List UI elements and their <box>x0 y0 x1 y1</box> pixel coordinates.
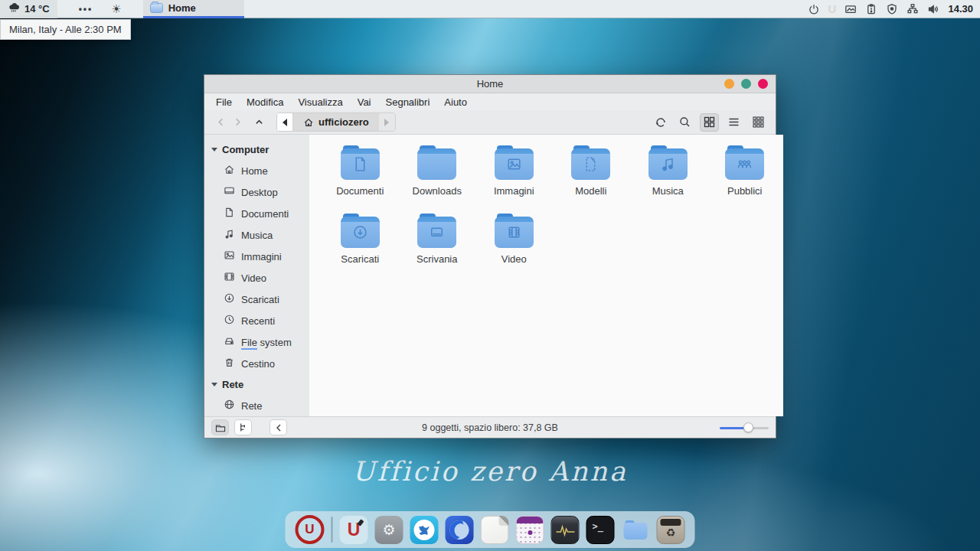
compact-view-icon[interactable] <box>749 113 768 132</box>
librewolf-browser-icon[interactable] <box>410 516 439 544</box>
trash-icon <box>224 357 235 370</box>
folder-modelli[interactable]: Modelli <box>553 145 630 197</box>
sidebar-item-recenti[interactable]: Recenti <box>204 310 309 331</box>
clock[interactable]: 14.30 <box>948 3 973 15</box>
path-location-label: ufficiozero <box>318 116 369 128</box>
document-glyph-icon <box>341 155 380 173</box>
zoom-slider[interactable] <box>720 423 769 432</box>
terminal-icon[interactable]: >_ <box>586 516 615 544</box>
file-manager-icon[interactable] <box>622 516 650 544</box>
chevron-down-icon <box>211 148 217 152</box>
menu-segnalibri[interactable]: Segnalibri <box>386 96 430 108</box>
sidebar-item-label: Home <box>241 165 268 177</box>
calendar-icon[interactable] <box>516 516 544 544</box>
list-view-icon[interactable] <box>724 113 743 132</box>
path-scroll-left-icon[interactable] <box>277 113 293 131</box>
sidebar-item-label: Musica <box>241 230 273 241</box>
status-bar: 9 oggetti, spazio libero: 37,8 GB <box>204 416 776 438</box>
volume-icon[interactable] <box>927 3 939 15</box>
clipboard-alert-icon[interactable] <box>865 3 877 15</box>
download-glyph-icon <box>341 223 380 241</box>
sidebar-item-desktop[interactable]: Desktop <box>204 181 309 203</box>
folder-scrivania[interactable]: Scrivania <box>399 214 476 265</box>
music-glyph-icon <box>648 155 688 173</box>
folder-video[interactable]: Video <box>475 214 553 265</box>
network-icon[interactable] <box>906 3 919 15</box>
taskbar-item-home[interactable]: Home <box>143 0 244 18</box>
sidebar-item-musica[interactable]: Musica <box>204 224 309 246</box>
menu-vai[interactable]: Vai <box>358 96 371 108</box>
sidebar-item-immagini[interactable]: Immagini <box>204 246 309 267</box>
wallpaper-watermark: Ufficio zero Anna <box>0 456 980 487</box>
folder-documenti[interactable]: Documenti <box>322 145 399 197</box>
ufficiozero-logo-icon[interactable]: U <box>828 2 837 16</box>
path-scroll-right-icon[interactable] <box>379 113 395 131</box>
folder-label: Modelli <box>575 185 606 197</box>
sidebar: ComputerHomeDesktopDocumentiMusicaImmagi… <box>204 135 309 416</box>
sidebar-item-video[interactable]: Video <box>204 267 309 289</box>
folder-label: Downloads <box>413 185 462 197</box>
reload-icon[interactable] <box>651 113 670 132</box>
window-content: ComputerHomeDesktopDocumentiMusicaImmagi… <box>204 135 776 416</box>
folder-musica[interactable]: Musica <box>629 145 707 197</box>
folder-icon <box>495 214 534 248</box>
folder-downloads[interactable]: Downloads <box>399 145 476 197</box>
sidebar-item-documenti[interactable]: Documenti <box>204 203 309 224</box>
folder-scaricati[interactable]: Scaricati <box>322 214 399 265</box>
icon-view-icon[interactable] <box>700 113 719 132</box>
system-monitor-icon[interactable] <box>551 516 580 544</box>
search-icon[interactable] <box>675 113 694 132</box>
rain-cloud-icon <box>8 2 21 16</box>
folder-label: Video <box>501 253 527 265</box>
sidebar-section-rete[interactable]: Rete <box>204 374 309 395</box>
text-editor-icon[interactable] <box>481 516 509 544</box>
weather-tooltip: Milan, Italy - Alle 2:30 PM <box>0 19 131 40</box>
minimize-button[interactable] <box>724 79 734 89</box>
menu-modifica[interactable]: Modifica <box>247 96 283 108</box>
video-icon <box>224 271 235 285</box>
sidebar-item-home[interactable]: Home <box>204 160 309 181</box>
path-segment-home[interactable]: ufficiozero <box>293 113 379 131</box>
weather-widget[interactable]: 14 °C <box>0 0 57 18</box>
trash-icon[interactable]: ♻ <box>657 516 685 544</box>
video-glyph-icon <box>495 223 534 241</box>
sidebar-item-cestino[interactable]: Cestino <box>204 353 309 374</box>
back-icon[interactable] <box>212 114 229 131</box>
folder-icon <box>725 145 764 180</box>
panel-menu-dots[interactable]: ••• <box>79 4 93 15</box>
folder-icon <box>341 214 380 248</box>
sidebar-item-file-system[interactable]: File system <box>204 331 309 353</box>
music-icon <box>224 228 235 242</box>
taskbar-item-label: Home <box>168 2 196 14</box>
ufficiozero-menu-icon[interactable]: U <box>296 515 325 544</box>
screenshot-icon[interactable] <box>844 3 857 15</box>
folder-label: Immagini <box>494 185 534 197</box>
folder-icon <box>417 145 456 180</box>
forward-icon[interactable] <box>229 114 246 131</box>
folder-icon <box>417 214 456 248</box>
settings-icon[interactable]: ⚙ <box>375 516 403 544</box>
sidebar-section-computer[interactable]: Computer <box>204 139 309 160</box>
window-titlebar[interactable]: Home <box>204 75 776 93</box>
folder-immagini[interactable]: Immagini <box>475 145 553 197</box>
sidebar-item-label: Recenti <box>241 315 275 327</box>
shield-icon[interactable] <box>886 3 898 15</box>
up-icon[interactable] <box>250 114 267 131</box>
power-icon[interactable] <box>808 3 820 15</box>
menu-visualizza[interactable]: Visualizza <box>298 96 342 108</box>
folder-icon <box>150 3 163 13</box>
menu-file[interactable]: File <box>216 96 232 108</box>
sidebar-item-scaricati[interactable]: Scaricati <box>204 289 309 310</box>
zoom-slider-handle[interactable] <box>743 422 753 432</box>
folder-icon <box>495 145 534 180</box>
maximize-button[interactable] <box>741 79 751 89</box>
toolbar-view-controls <box>651 113 768 132</box>
menu-aiuto[interactable]: Aiuto <box>444 96 467 108</box>
close-button[interactable] <box>758 79 768 89</box>
sidebar-item-label: Scaricati <box>241 294 279 305</box>
uz-office-app-icon[interactable]: U <box>340 516 368 544</box>
folder-pubblici[interactable]: Pubblici <box>707 145 784 197</box>
sidebar-item-rete[interactable]: Rete <box>204 395 309 416</box>
brightness-sun-icon[interactable]: ☀ <box>111 3 121 15</box>
thunderbird-mail-icon[interactable] <box>446 516 474 544</box>
